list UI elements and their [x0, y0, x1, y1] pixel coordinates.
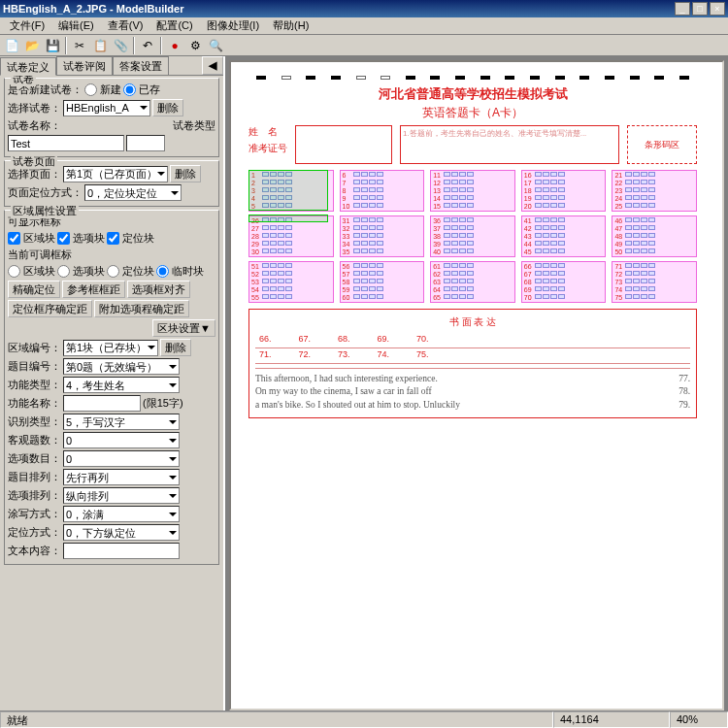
- obj-count-label: 客观题数：: [8, 433, 61, 447]
- close-button[interactable]: ×: [710, 2, 725, 16]
- select-page-combo[interactable]: 第1页（已存页面）: [63, 166, 168, 182]
- cb-locate[interactable]: [107, 232, 119, 245]
- question-no-combo[interactable]: 第0题（无效编号）: [63, 358, 180, 375]
- rec-type-combo[interactable]: 5，手写汉字: [63, 414, 180, 430]
- opt-count-combo[interactable]: 0: [63, 450, 180, 467]
- paper-name-input[interactable]: [8, 135, 124, 151]
- sheet-subtitle: 英语答题卡（A卡）: [248, 105, 697, 121]
- menu-image[interactable]: 图像处理(I): [201, 17, 265, 34]
- selection-highlight-2: [248, 215, 328, 222]
- page-pos-combo[interactable]: 0，定位块定位: [84, 184, 182, 201]
- left-panel: 试卷定义 试卷评阅 答案设置 ◀ 是否新建试卷： 新建 已存 选择试卷： HBE…: [0, 56, 225, 714]
- tab-answer[interactable]: 答案设置: [113, 56, 169, 75]
- btn-locarr[interactable]: 定位框序确定距: [8, 300, 92, 317]
- panel-collapse-button[interactable]: ◀: [202, 56, 223, 75]
- undo-icon[interactable]: ↶: [138, 36, 157, 55]
- opt-arrange-combo[interactable]: 纵向排列: [63, 487, 180, 504]
- rb-option[interactable]: [57, 265, 70, 278]
- region-no-combo[interactable]: 第1块（已存块）: [63, 340, 158, 356]
- select-paper-label: 选择试卷：: [8, 101, 61, 116]
- config-icon[interactable]: ⚙: [185, 36, 205, 55]
- window-buttons: _ □ ×: [675, 2, 725, 16]
- show-frame-label: 可显示框标: [8, 215, 61, 229]
- cut-icon[interactable]: ✂: [70, 36, 89, 55]
- rb-locate[interactable]: [107, 265, 119, 278]
- status-bar: 就绪 44,1164 40%: [0, 711, 728, 728]
- answer-sheet: 河北省普通高等学校招生模拟考试 英语答题卡（A卡） 姓 名 准考证号 1.答题前…: [231, 62, 714, 432]
- written-row-b: 71.72.73.74.75.: [255, 348, 690, 364]
- rb-temp[interactable]: [156, 265, 169, 278]
- canvas[interactable]: 河北省普通高等学校招生模拟考试 英语答题卡（A卡） 姓 名 准考证号 1.答题前…: [229, 60, 724, 711]
- menu-config[interactable]: 配置(C): [150, 17, 198, 34]
- toolbar: 📄 📂 💾 ✂ 📋 📎 ↶ ● ⚙ 🔍: [0, 35, 728, 56]
- obj-count-combo[interactable]: 0: [63, 432, 180, 448]
- q-arrange-label: 题目排列：: [8, 470, 61, 484]
- save-icon[interactable]: 💾: [43, 36, 62, 55]
- text-content-label: 文本内容：: [8, 544, 61, 558]
- delete-page-button[interactable]: 删除: [170, 165, 201, 182]
- opt-arrange-label: 选项排列：: [8, 488, 61, 503]
- region-no-label: 区域编号：: [8, 341, 61, 355]
- id-grid: [295, 125, 392, 164]
- instruction-box: 1.答题前，考生先将自己的姓名、准考证号填写清楚...: [400, 125, 619, 164]
- copy-icon[interactable]: 📋: [90, 36, 110, 55]
- name-label: 姓 名: [248, 125, 287, 139]
- menu-file[interactable]: 文件(F): [4, 17, 50, 34]
- btn-align[interactable]: 选项框对齐: [127, 281, 190, 298]
- new-paper-label: 是否新建试卷：: [8, 83, 83, 97]
- minimize-button[interactable]: _: [675, 2, 690, 16]
- delete-paper-button[interactable]: 删除: [152, 99, 183, 116]
- btn-addopt[interactable]: 附加选项程确定距: [94, 300, 189, 317]
- selection-highlight-1: [248, 170, 328, 211]
- maximize-button[interactable]: □: [692, 2, 708, 16]
- zoom-icon[interactable]: 🔍: [206, 36, 225, 55]
- func-type-combo[interactable]: 4，考生姓名: [63, 377, 180, 393]
- tab-define[interactable]: 试卷定义: [0, 57, 56, 76]
- written-title: 书 面 表 达: [255, 315, 690, 329]
- status-ready: 就绪: [0, 711, 553, 728]
- btn-region-config[interactable]: 区块设置▼: [152, 319, 215, 337]
- group-page: 选择页面： 第1页（已存页面） 删除 页面定位方式： 0，定位块定位: [4, 160, 219, 207]
- panel-tabs: 试卷定义 试卷评阅 答案设置 ◀: [0, 56, 223, 76]
- barcode-area: 条形码区: [627, 125, 697, 164]
- text-content-input[interactable]: [63, 543, 180, 559]
- group-region: 可显示框标 区域块 选项块 定位块 当前可调框标 区域块 选项块 定位块 临时块…: [4, 210, 219, 565]
- paper-type-input[interactable]: [126, 135, 165, 151]
- radio-exist[interactable]: [123, 83, 136, 96]
- new-icon[interactable]: 📄: [2, 36, 21, 55]
- func-name-limit: (限15字): [143, 396, 183, 411]
- timing-marks-top: [248, 76, 697, 83]
- cb-option[interactable]: [57, 232, 70, 245]
- tab-review[interactable]: 试卷评阅: [56, 56, 113, 75]
- group-paper: 是否新建试卷： 新建 已存 选择试卷： HBEnglish_A 删除 试卷名称：…: [4, 78, 219, 157]
- run-icon[interactable]: ●: [165, 36, 184, 55]
- delete-region-button[interactable]: 删除: [160, 339, 191, 356]
- btn-precise[interactable]: 精确定位: [8, 281, 60, 298]
- select-paper-combo[interactable]: HBEnglish_A: [63, 100, 150, 116]
- paste-icon[interactable]: 📎: [111, 36, 130, 55]
- q-arrange-combo[interactable]: 先行再列: [63, 469, 180, 485]
- page-pos-label: 页面定位方式：: [8, 185, 83, 200]
- rb-region[interactable]: [8, 265, 20, 278]
- func-name-input[interactable]: [63, 395, 141, 412]
- right-panel: 河北省普通高等学校招生模拟考试 英语答题卡（A卡） 姓 名 准考证号 1.答题前…: [225, 56, 728, 714]
- btn-refrect[interactable]: 参考框框距: [62, 281, 125, 298]
- rec-type-label: 识别类型：: [8, 414, 61, 429]
- menu-edit[interactable]: 编辑(E): [52, 17, 100, 34]
- smear-label: 涂写方式：: [8, 507, 61, 521]
- radio-new[interactable]: [84, 83, 97, 96]
- open-icon[interactable]: 📂: [22, 36, 42, 55]
- status-coords: 44,1164: [553, 711, 670, 728]
- func-type-label: 功能类型：: [8, 378, 61, 392]
- cb-region[interactable]: [8, 232, 20, 245]
- menu-help[interactable]: 帮助(H): [267, 17, 314, 34]
- title-bar: HBEnglish_A_2.JPG - ModelBuilder _ □ ×: [0, 0, 728, 17]
- menu-view[interactable]: 查看(V): [102, 17, 149, 34]
- opt-count-label: 选项数目：: [8, 451, 61, 466]
- smear-combo[interactable]: 0，涂满: [63, 506, 180, 522]
- select-page-label: 选择页面：: [8, 167, 61, 182]
- sheet-title: 河北省普通高等学校招生模拟考试: [248, 85, 697, 103]
- paper-type-label: 试卷类型: [173, 118, 215, 133]
- status-zoom: 40%: [670, 711, 728, 728]
- locate-combo[interactable]: 0，下方纵定位: [63, 524, 180, 541]
